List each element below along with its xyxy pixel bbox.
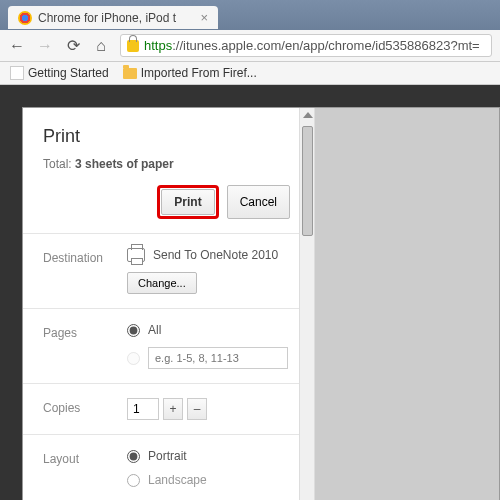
back-button[interactable]: ← xyxy=(8,37,26,55)
layout-landscape-label: Landscape xyxy=(148,473,207,487)
print-button[interactable]: Print xyxy=(161,189,214,215)
layout-portrait-radio[interactable] xyxy=(127,450,140,463)
total-prefix: Total: xyxy=(43,157,75,171)
destination-value: Send To OneNote 2010 xyxy=(153,248,278,262)
layout-label: Layout xyxy=(43,449,113,466)
pages-range-input[interactable] xyxy=(148,347,288,369)
destination-label: Destination xyxy=(43,248,113,265)
copies-label: Copies xyxy=(43,398,113,415)
callout-highlight: Print xyxy=(157,185,218,219)
pages-section: Pages All xyxy=(23,308,314,383)
lock-icon xyxy=(127,40,139,52)
pages-all-radio[interactable] xyxy=(127,324,140,337)
nav-bar: ← → ⟳ ⌂ https://itunes.apple.com/en/app/… xyxy=(0,30,500,62)
bookmark-getting-started[interactable]: Getting Started xyxy=(10,66,109,80)
print-total: Total: 3 sheets of paper xyxy=(23,157,314,185)
scroll-up-icon xyxy=(303,112,313,118)
url-scheme: https xyxy=(144,38,172,53)
total-value: 3 sheets of paper xyxy=(75,157,174,171)
chrome-favicon-icon xyxy=(18,11,32,25)
tab-bar: Chrome for iPhone, iPod t × xyxy=(0,0,500,30)
forward-button: → xyxy=(36,37,54,55)
bookmark-imported-folder[interactable]: Imported From Firef... xyxy=(123,66,257,80)
layout-section: Layout Portrait Landscape xyxy=(23,434,314,500)
bookmark-label: Imported From Firef... xyxy=(141,66,257,80)
page-area: Print Total: 3 sheets of paper Print Can… xyxy=(0,85,500,500)
print-title: Print xyxy=(43,126,294,147)
copies-section: Copies + – xyxy=(23,383,314,434)
print-actions: Print Cancel xyxy=(23,185,314,233)
tab-title: Chrome for iPhone, iPod t xyxy=(38,11,176,25)
pages-all-label: All xyxy=(148,323,161,337)
copies-increment-button[interactable]: + xyxy=(163,398,183,420)
folder-icon xyxy=(123,68,137,79)
url-path: ://itunes.apple.com/en/app/chrome/id5358… xyxy=(172,38,480,53)
scroll-thumb[interactable] xyxy=(302,126,313,236)
bookmark-label: Getting Started xyxy=(28,66,109,80)
browser-tab[interactable]: Chrome for iPhone, iPod t × xyxy=(8,6,218,29)
page-icon xyxy=(10,66,24,80)
copies-decrement-button[interactable]: – xyxy=(187,398,207,420)
close-icon[interactable]: × xyxy=(200,10,208,25)
destination-section: Destination Send To OneNote 2010 Change.… xyxy=(23,233,314,308)
pages-range-radio[interactable] xyxy=(127,352,140,365)
copies-input[interactable] xyxy=(127,398,159,420)
cancel-button[interactable]: Cancel xyxy=(227,185,290,219)
change-destination-button[interactable]: Change... xyxy=(127,272,197,294)
print-settings-panel: Print Total: 3 sheets of paper Print Can… xyxy=(23,108,315,500)
panel-scrollbar[interactable] xyxy=(299,108,314,500)
browser-chrome: Chrome for iPhone, iPod t × ← → ⟳ ⌂ http… xyxy=(0,0,500,85)
layout-landscape-radio[interactable] xyxy=(127,474,140,487)
reload-button[interactable]: ⟳ xyxy=(64,36,82,55)
address-bar[interactable]: https://itunes.apple.com/en/app/chrome/i… xyxy=(120,34,492,57)
print-preview-pane xyxy=(315,108,499,500)
layout-portrait-label: Portrait xyxy=(148,449,187,463)
home-button[interactable]: ⌂ xyxy=(92,37,110,55)
print-dialog: Print Total: 3 sheets of paper Print Can… xyxy=(22,107,500,500)
pages-label: Pages xyxy=(43,323,113,340)
printer-icon xyxy=(127,248,145,262)
bookmark-bar: Getting Started Imported From Firef... xyxy=(0,62,500,85)
